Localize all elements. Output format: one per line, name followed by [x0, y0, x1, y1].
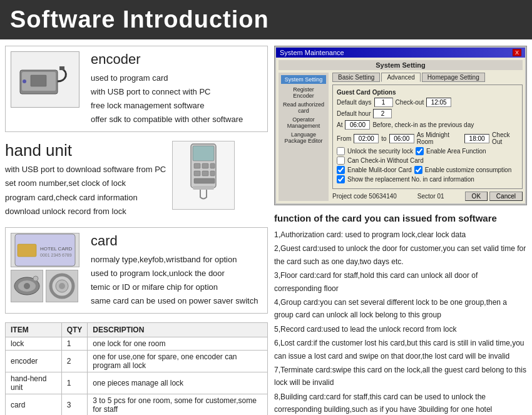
- checkout2-label: Check Out: [492, 131, 518, 145]
- card-image-top: HOTEL CARD 0001 2345 6789: [11, 233, 79, 267]
- card-wristband-image: [46, 270, 78, 302]
- function-item-6: 6,Lost card:if the customer lost his car…: [274, 337, 527, 362]
- default-days-label: Default days: [337, 99, 372, 106]
- table-cell-desc: 3 to 5 pcs for one room, some for custom…: [88, 394, 268, 415]
- items-table: ITEM QTY DESCRIPTION lock 1 one lock for…: [5, 322, 268, 415]
- unlock-security-checkbox[interactable]: [337, 147, 345, 155]
- system-tabs: Basic Setting Advanced Homepage Setting: [332, 73, 523, 82]
- card-info: card normaly type,keyfob,wristband for o…: [91, 233, 258, 308]
- sector-label: Sector 01: [417, 193, 444, 200]
- handunit-image: [172, 141, 235, 210]
- enable-area-checkbox[interactable]: [416, 147, 424, 155]
- sys-row-from: From to As Midnight Room Check Out: [337, 131, 518, 145]
- sys-tab-homepage[interactable]: Homepage Setting: [422, 73, 485, 82]
- at-label: At: [337, 121, 342, 128]
- handunit-feature-3: program card,check card information: [5, 191, 166, 205]
- encoder-features: used to program card with USB port to co…: [91, 71, 243, 126]
- system-left-panel: System Setting Register Encoder Read aut…: [279, 73, 329, 201]
- svg-rect-4: [59, 66, 64, 70]
- default-days-input[interactable]: [374, 98, 393, 107]
- customize-consumption-checkbox[interactable]: [414, 166, 422, 174]
- table-cell-desc: one pieces manage all lock: [88, 372, 268, 394]
- svg-rect-7: [194, 163, 200, 168]
- svg-point-22: [33, 276, 38, 281]
- table-header-qty: QTY: [61, 323, 88, 337]
- system-inner-title: System Setting: [279, 60, 523, 70]
- function-title: function of the card you can issued from…: [274, 213, 527, 223]
- function-item-2: 2,Guest card:used to unlock the door for…: [274, 242, 527, 268]
- encoder-feature-4: offer sdk to compatible with other softw…: [91, 113, 243, 126]
- midnight-input[interactable]: [464, 134, 489, 143]
- encoder-info: encoder used to program card with USB po…: [91, 51, 243, 126]
- page-title: Software Introduction: [10, 6, 522, 33]
- system-title: System Maintenance: [280, 49, 344, 56]
- system-close-button[interactable]: X: [513, 49, 521, 56]
- svg-rect-14: [193, 186, 214, 190]
- function-item-8: 8,Building card:card for staff,this card…: [274, 391, 527, 415]
- table-cell-item: encoder: [6, 351, 62, 372]
- table-cell-qty: 2: [61, 351, 88, 372]
- replacement-label: Show the replacement No. in card informa…: [347, 176, 474, 183]
- handunit-feature-1: with USB port to download software from …: [5, 163, 166, 177]
- function-item-7: 7,Terminate card:swipe this card on the …: [274, 364, 527, 389]
- card-heading: card: [91, 233, 258, 249]
- project-code: Project code 50634140: [332, 193, 397, 200]
- sys-menu-system-setting[interactable]: System Setting: [281, 75, 326, 84]
- svg-point-25: [59, 283, 65, 289]
- svg-text:0001 2345 6789: 0001 2345 6789: [40, 253, 72, 257]
- card-feature-2: used to program lock,unlock the door: [91, 267, 258, 280]
- checkin-without-card-checkbox[interactable]: [337, 156, 345, 165]
- handunit-features: with USB port to download software from …: [5, 163, 166, 218]
- sys-menu-operator[interactable]: Operator Management: [281, 115, 326, 130]
- table-cell-desc: one for use,one for spare, one encoder c…: [88, 351, 268, 372]
- multidoor-checkbox[interactable]: [337, 166, 345, 174]
- card-images-bottom: [11, 270, 79, 302]
- svg-rect-10: [194, 171, 200, 176]
- cancel-button[interactable]: Cancel: [489, 192, 523, 201]
- sys-menu-register[interactable]: Register Encoder: [281, 85, 326, 100]
- midnight-label: As Midnight Room: [417, 131, 462, 145]
- checkout-input[interactable]: [426, 98, 451, 107]
- svg-rect-8: [202, 163, 208, 168]
- function-item-5: 5,Record card:used to lead the unlock re…: [274, 323, 527, 336]
- table-cell-desc: one lock for one room: [88, 337, 268, 351]
- handunit-section: hand unit with USB port to download soft…: [5, 141, 268, 218]
- table-row: hand-hend unit 1 one pieces manage all l…: [6, 372, 268, 394]
- sys-row-at: At Before, check-in as the previous day: [337, 120, 518, 130]
- svg-rect-13: [194, 178, 215, 183]
- function-item-1: 1,Authorization card: used to program lo…: [274, 228, 527, 241]
- customize-consumption-label: Enable customize consumption: [425, 167, 511, 173]
- table-cell-item: hand-hend unit: [6, 372, 62, 394]
- default-hour-input[interactable]: [373, 109, 392, 118]
- sys-tab-advanced[interactable]: Advanced: [381, 73, 420, 82]
- replacement-checkbox[interactable]: [337, 175, 345, 183]
- ok-button[interactable]: OK: [465, 192, 488, 201]
- to-input[interactable]: [389, 134, 414, 143]
- sys-row-default-days: Default days Check-out: [337, 98, 518, 107]
- table-header-desc: DESCRIPTION: [88, 323, 268, 337]
- table-cell-qty: 3: [61, 394, 88, 415]
- encoder-section: encoder used to program card with USB po…: [5, 46, 268, 132]
- system-content-area: Guest Card Options Default days Check-ou…: [332, 85, 523, 189]
- encoder-feature-3: free lock management software: [91, 99, 243, 113]
- svg-text:HOTEL CARD: HOTEL CARD: [40, 246, 72, 252]
- table-cell-qty: 1: [61, 337, 88, 351]
- from-label: From: [337, 135, 351, 142]
- sys-menu-language[interactable]: Language Package Editor: [281, 130, 326, 145]
- table-header-item: ITEM: [6, 323, 62, 337]
- from-input[interactable]: [354, 134, 379, 143]
- sys-menu-read[interactable]: Read authorized card: [281, 100, 326, 115]
- card-images: HOTEL CARD 0001 2345 6789: [11, 233, 79, 302]
- sys-checkbox-multidoor: Enable Mulit-door Card Enable customize …: [337, 166, 518, 174]
- system-wrapper: System Setting Register Encoder Read aut…: [279, 73, 523, 201]
- system-screenshot: System Maintenance X System Setting Syst…: [274, 46, 527, 205]
- svg-point-21: [24, 283, 30, 289]
- function-item-3: 3,Floor card:card for staff,hold this ca…: [274, 269, 527, 295]
- system-body: System Setting System Setting Register E…: [276, 58, 525, 203]
- at-time-input[interactable]: [345, 120, 370, 130]
- table-cell-qty: 1: [61, 372, 88, 394]
- sys-checkbox-unlock: Unlock the security lock Enable Area Fun…: [337, 147, 518, 155]
- before-label: Before, check-in as the previous day: [372, 121, 474, 128]
- sys-tab-basic[interactable]: Basic Setting: [332, 73, 380, 82]
- to-label: to: [381, 135, 386, 142]
